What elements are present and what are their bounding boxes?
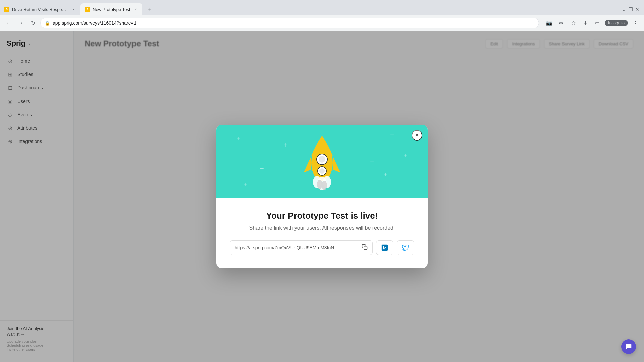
window-controls: ⌄ ❐ ✕ xyxy=(617,3,644,15)
share-link-box: https://a.sprig.com/ZmQxVUhQUU9EMmM3fnN.… xyxy=(230,240,373,255)
plus-mark-8: + xyxy=(370,158,374,166)
modal-close-button[interactable]: × xyxy=(412,130,422,141)
modal: × + + + + + + + + xyxy=(216,125,428,268)
download-icon[interactable]: ⬇ xyxy=(581,18,590,28)
share-row: https://a.sprig.com/ZmQxVUhQUU9EMmM3fnN.… xyxy=(230,240,414,255)
svg-point-4 xyxy=(319,168,325,174)
plus-mark-6: + xyxy=(383,171,387,178)
address-text: app.sprig.com/surveys/116014?share=1 xyxy=(53,20,535,26)
plus-mark-5: + xyxy=(243,181,247,188)
copy-link-button[interactable] xyxy=(362,244,368,251)
tab-close-2[interactable]: × xyxy=(133,7,138,12)
browser-chrome: S Drive Return Visits Responses × S New … xyxy=(0,0,644,31)
camera-icon[interactable]: 📷 xyxy=(544,18,554,28)
address-bar[interactable]: 🔒 app.sprig.com/surveys/116014?share=1 xyxy=(40,18,539,28)
more-options-icon[interactable]: ⋮ xyxy=(631,18,640,28)
svg-point-12 xyxy=(383,246,384,247)
browser-actions: 📷 👁 ☆ ⬇ ▭ Incognito ⋮ xyxy=(544,18,640,28)
modal-title: Your Prototype Test is live! xyxy=(230,210,414,221)
share-link-text: https://a.sprig.com/ZmQxVUhQUU9EMmM3fnN.… xyxy=(235,245,359,250)
plus-mark-7: + xyxy=(260,165,264,173)
twitter-share-button[interactable] xyxy=(397,240,414,255)
accessibility-icon[interactable]: 👁 xyxy=(556,18,566,28)
close-button[interactable]: ✕ xyxy=(635,7,640,12)
svg-point-9 xyxy=(322,181,327,190)
forward-button[interactable]: → xyxy=(16,18,25,28)
svg-point-8 xyxy=(317,180,322,189)
address-bar-row: ← → ↻ 🔒 app.sprig.com/surveys/116014?sha… xyxy=(0,15,644,31)
tab-title-1: Drive Return Visits Responses xyxy=(12,7,68,12)
tablet-icon[interactable]: ▭ xyxy=(593,18,602,28)
plus-mark-1: + xyxy=(236,135,240,142)
tab-title-2: New Prototype Test xyxy=(93,7,130,12)
modal-subtitle: Share the link with your users. All resp… xyxy=(230,225,414,231)
rocket-svg xyxy=(297,129,347,193)
tab-close-1[interactable]: × xyxy=(71,7,76,12)
back-button[interactable]: ← xyxy=(4,18,13,28)
tab-drive-return[interactable]: S Drive Return Visits Responses × xyxy=(0,3,80,15)
incognito-badge: Incognito xyxy=(605,20,628,26)
plus-mark-3: + xyxy=(390,131,394,139)
modal-overlay: × + + + + + + + + xyxy=(0,31,644,362)
modal-header: × + + + + + + + + xyxy=(216,125,428,198)
plus-mark-4: + xyxy=(404,152,408,159)
linkedin-share-button[interactable] xyxy=(376,240,393,255)
lock-icon: 🔒 xyxy=(45,21,50,26)
app-container: Sprig ‹ ⊙ Home ⊞ Studies ⊟ Dashboards ◎ … xyxy=(0,31,644,362)
tab-new-prototype[interactable]: S New Prototype Test × xyxy=(80,3,142,15)
tab-favicon-1: S xyxy=(4,7,9,12)
minimize-button[interactable]: ⌄ xyxy=(621,7,627,12)
new-tab-button[interactable]: + xyxy=(144,3,156,15)
svg-point-2 xyxy=(319,156,325,163)
tab-bar: S Drive Return Visits Responses × S New … xyxy=(0,0,644,15)
modal-body: Your Prototype Test is live! Share the l… xyxy=(216,198,428,268)
bookmark-icon[interactable]: ☆ xyxy=(569,18,578,28)
plus-mark-2: + xyxy=(283,141,287,149)
reload-button[interactable]: ↻ xyxy=(28,18,38,28)
tab-favicon-2: S xyxy=(85,7,90,12)
restore-button[interactable]: ❐ xyxy=(628,7,633,12)
svg-rect-10 xyxy=(364,246,367,249)
rocket-illustration xyxy=(297,129,347,194)
chat-bubble-button[interactable] xyxy=(621,339,636,354)
